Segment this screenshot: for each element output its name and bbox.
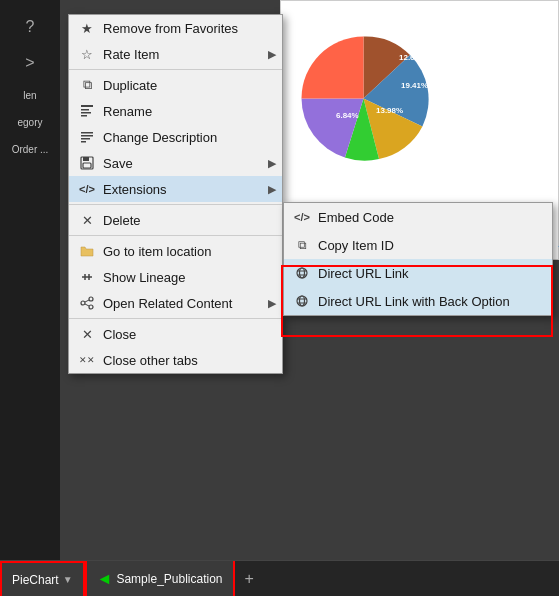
menu-item-change-desc[interactable]: Change Description — [69, 124, 282, 150]
svg-point-21 — [300, 296, 305, 306]
svg-point-17 — [300, 268, 305, 278]
save-icon — [79, 155, 95, 171]
tab-dropdown-icon[interactable]: ▼ — [63, 574, 73, 585]
embed-icon: </> — [294, 209, 310, 225]
arrow-extensions: ▶ — [268, 183, 276, 196]
menu-item-remove-favorites[interactable]: ★ Remove from Favorites — [69, 15, 282, 41]
close-icon: ✕ — [79, 326, 95, 342]
svg-rect-4 — [81, 132, 93, 134]
svg-rect-10 — [83, 163, 91, 168]
menu-item-save[interactable]: Save ▶ — [69, 150, 282, 176]
submenu-label-direct-url: Direct URL Link — [318, 266, 409, 281]
sidebar-item-arrow[interactable]: > — [0, 46, 60, 82]
menu-label-related: Open Related Content — [103, 296, 232, 311]
separator-4 — [69, 318, 282, 319]
svg-rect-1 — [81, 109, 89, 111]
publication-tab[interactable]: ◄ Sample_Publication — [85, 561, 235, 596]
desc-icon — [79, 129, 95, 145]
menu-item-delete[interactable]: ✕ Delete — [69, 207, 282, 233]
submenu-item-direct-url[interactable]: Direct URL Link — [284, 259, 552, 287]
svg-rect-0 — [81, 105, 93, 107]
sidebar-item-question[interactable]: ? — [0, 10, 60, 46]
publication-tab-label: Sample_Publication — [116, 572, 222, 586]
rename-icon — [79, 103, 95, 119]
separator-1 — [69, 69, 282, 70]
submenu-item-embed[interactable]: </> Embed Code — [284, 203, 552, 231]
menu-item-duplicate[interactable]: ⧉ Duplicate — [69, 72, 282, 98]
duplicate-icon: ⧉ — [79, 77, 95, 93]
svg-point-20 — [297, 296, 307, 306]
menu-item-rate[interactable]: ☆ Rate Item ▶ — [69, 41, 282, 67]
pie-pct-1: 12.67% — [399, 53, 426, 62]
menu-label-close-other: Close other tabs — [103, 353, 198, 368]
menu-item-extensions[interactable]: </> Extensions ▶ — [69, 176, 282, 202]
url-icon — [294, 265, 310, 281]
submenu: </> Embed Code ⧉ Copy Item ID ◄ Direct U… — [283, 202, 553, 316]
menu-label-extensions: Extensions — [103, 182, 167, 197]
menu-label-remove-favorites: Remove from Favorites — [103, 21, 238, 36]
menu-label-go-location: Go to item location — [103, 244, 211, 259]
svg-point-11 — [81, 301, 85, 305]
svg-point-16 — [297, 268, 307, 278]
separator-2 — [69, 204, 282, 205]
submenu-label-embed: Embed Code — [318, 210, 394, 225]
menu-item-close-other[interactable]: ✕✕ Close other tabs — [69, 347, 282, 373]
pie-slice-6 — [302, 37, 364, 99]
sidebar-item-order[interactable]: Order ... — [0, 136, 60, 163]
sidebar-item-len[interactable]: len — [0, 82, 60, 109]
submenu-label-direct-url-back: Direct URL Link with Back Option — [318, 294, 510, 309]
delete-icon: ✕ — [79, 212, 95, 228]
pie-chart-tab-label: PieChart — [12, 573, 59, 587]
lineage-icon — [79, 269, 95, 285]
svg-rect-7 — [81, 141, 86, 143]
menu-label-show-lineage: Show Lineage — [103, 270, 185, 285]
submenu-label-copy-id: Copy Item ID — [318, 238, 394, 253]
menu-label-close: Close — [103, 327, 136, 342]
pie-chart — [286, 21, 441, 176]
menu-item-go-location[interactable]: Go to item location — [69, 238, 282, 264]
extensions-icon: </> — [79, 181, 95, 197]
pie-chart-tab[interactable]: PieChart ▼ — [0, 561, 85, 596]
new-tab-button[interactable]: + — [235, 570, 264, 588]
copy-icon: ⧉ — [294, 237, 310, 253]
separator-3 — [69, 235, 282, 236]
menu-item-rename[interactable]: Rename — [69, 98, 282, 124]
star-icon: ★ — [79, 20, 95, 36]
tab-bar: PieChart ▼ ◄ Sample_Publication + — [0, 560, 559, 596]
question-icon: ? — [26, 18, 35, 36]
star-empty-icon: ☆ — [79, 46, 95, 62]
menu-item-related[interactable]: Open Related Content ▶ — [69, 290, 282, 316]
sidebar-label-len: len — [23, 90, 36, 101]
related-icon — [79, 295, 95, 311]
svg-rect-6 — [81, 138, 90, 140]
arrow-related: ▶ — [268, 297, 276, 310]
menu-label-delete: Delete — [103, 213, 141, 228]
menu-label-rename: Rename — [103, 104, 152, 119]
menu-item-close[interactable]: ✕ Close — [69, 321, 282, 347]
arrow-rate: ▶ — [268, 48, 276, 61]
arrow-icon: > — [25, 54, 34, 72]
sidebar-label-category: egory — [17, 117, 42, 128]
svg-rect-5 — [81, 135, 93, 137]
submenu-item-direct-url-back[interactable]: Direct URL Link with Back Option — [284, 287, 552, 315]
pie-pct-3: 13.98% — [376, 106, 403, 115]
green-arrow-icon: ◄ — [97, 570, 113, 588]
pie-pct-2: 19.41% — [401, 81, 428, 90]
submenu-item-copy-id[interactable]: ⧉ Copy Item ID ◄ — [284, 231, 552, 259]
close-other-icon: ✕✕ — [79, 352, 95, 368]
svg-point-13 — [89, 305, 93, 309]
url-back-icon — [294, 293, 310, 309]
sidebar-item-category[interactable]: egory — [0, 109, 60, 136]
arrow-save: ▶ — [268, 157, 276, 170]
menu-label-change-desc: Change Description — [103, 130, 217, 145]
menu-item-show-lineage[interactable]: Show Lineage — [69, 264, 282, 290]
svg-rect-3 — [81, 115, 87, 117]
svg-rect-2 — [81, 112, 91, 114]
menu-label-rate: Rate Item — [103, 47, 159, 62]
context-menu: ★ Remove from Favorites ☆ Rate Item ▶ ⧉ … — [68, 14, 283, 374]
blue-arrow-icon: ◄ — [554, 234, 559, 257]
sidebar: ? > len egory Order ... — [0, 0, 60, 596]
svg-line-15 — [85, 304, 89, 306]
menu-label-save: Save — [103, 156, 133, 171]
sidebar-label-order: Order ... — [12, 144, 49, 155]
